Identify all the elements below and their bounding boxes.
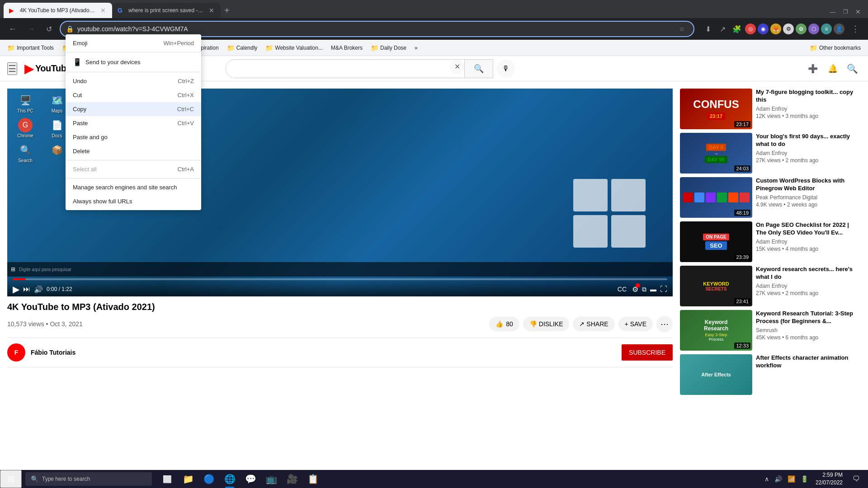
context-menu: Emoji Win+Period 📱 Send to your devices … bbox=[66, 34, 201, 210]
context-item-label-delete: Delete bbox=[73, 148, 90, 155]
context-item-shortcut-paste: Ctrl+V bbox=[178, 120, 194, 127]
context-menu-overlay[interactable]: Emoji Win+Period 📱 Send to your devices … bbox=[0, 0, 868, 488]
context-item-label-undo: Undo bbox=[73, 78, 87, 84]
context-menu-item-copy[interactable]: Copy Ctrl+C bbox=[66, 102, 201, 116]
context-menu-separator-4 bbox=[66, 178, 201, 178]
context-item-shortcut-undo: Ctrl+Z bbox=[178, 78, 194, 84]
context-menu-item-paste-go[interactable]: Paste and go bbox=[66, 130, 201, 144]
context-item-label-copy: Copy bbox=[73, 106, 86, 113]
context-item-label-emoji: Emoji bbox=[73, 40, 88, 47]
context-menu-separator-2 bbox=[66, 72, 201, 72]
context-item-label-cut: Cut bbox=[73, 92, 82, 99]
context-menu-item-paste[interactable]: Paste Ctrl+V bbox=[66, 116, 201, 130]
context-item-shortcut-copy: Ctrl+C bbox=[177, 106, 194, 113]
send-device-icon: 📱 bbox=[73, 58, 82, 66]
context-menu-item-select-all[interactable]: Select all Ctrl+A bbox=[66, 162, 201, 176]
context-menu-item-cut[interactable]: Cut Ctrl+X bbox=[66, 88, 201, 102]
context-item-label-manage-search: Manage search engines and site search bbox=[73, 184, 177, 191]
context-menu-separator-3 bbox=[66, 160, 201, 160]
context-menu-item-send[interactable]: 📱 Send to your devices bbox=[66, 54, 201, 70]
context-menu-item-manage-search[interactable]: Manage search engines and site search bbox=[66, 180, 201, 194]
context-item-label-paste: Paste bbox=[73, 120, 88, 127]
context-menu-item-delete[interactable]: Delete bbox=[66, 144, 201, 158]
context-menu-item-emoji[interactable]: Emoji Win+Period bbox=[66, 36, 201, 50]
context-item-shortcut-emoji: Win+Period bbox=[163, 40, 194, 47]
context-menu-separator-1 bbox=[66, 52, 201, 52]
context-item-shortcut-select-all: Ctrl+A bbox=[178, 166, 194, 173]
browser-window: ▶ 4K YouTube to MP3 (Ativado 202... ✕ G … bbox=[0, 0, 868, 488]
context-menu-item-show-urls[interactable]: Always show full URLs bbox=[66, 194, 201, 208]
context-item-label-paste-go: Paste and go bbox=[73, 134, 108, 141]
context-item-label-select-all: Select all bbox=[73, 166, 97, 173]
context-menu-item-undo[interactable]: Undo Ctrl+Z bbox=[66, 74, 201, 88]
context-item-label-show-urls: Always show full URLs bbox=[73, 198, 132, 205]
context-item-shortcut-cut: Ctrl+X bbox=[178, 92, 194, 99]
context-item-label-send: Send to your devices bbox=[85, 59, 140, 66]
